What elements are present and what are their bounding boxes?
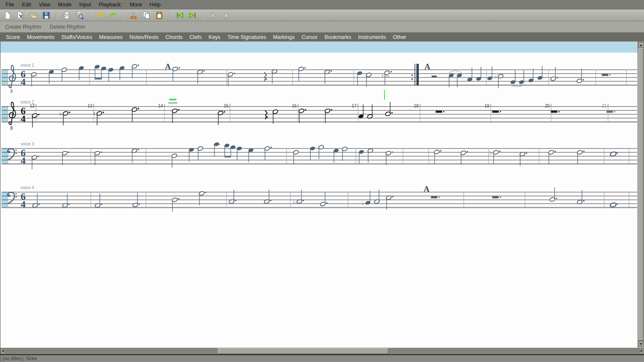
note[interactable] — [318, 145, 324, 159]
horizontal-scroll-thumb[interactable] — [218, 348, 388, 354]
note[interactable] — [132, 193, 140, 208]
cmdmenu-time-signatures[interactable]: Time Signatures — [224, 34, 270, 41]
note[interactable] — [385, 151, 393, 165]
note[interactable] — [548, 150, 556, 164]
vertical-scrollbar[interactable] — [638, 42, 644, 347]
bass-clef-icon[interactable] — [8, 192, 17, 203]
scroll-down-button[interactable] — [638, 341, 644, 347]
menu-mode[interactable]: Mode — [54, 1, 75, 9]
cmdmenu-cursor[interactable]: Cursor — [298, 34, 321, 41]
bass-clef-icon[interactable] — [8, 148, 17, 160]
note[interactable] — [358, 149, 364, 164]
undo-button[interactable] — [95, 10, 106, 21]
paste-button[interactable] — [154, 10, 165, 21]
note[interactable] — [131, 64, 139, 78]
measure-rest[interactable] — [436, 111, 445, 113]
note[interactable]: ♭ — [489, 149, 501, 165]
beamed-notes[interactable] — [224, 143, 236, 157]
note[interactable] — [264, 146, 272, 160]
measure-rest[interactable] — [551, 111, 560, 113]
note[interactable] — [528, 68, 534, 83]
delete-rhythm-button[interactable]: Delete Rhythm — [47, 23, 88, 31]
create-rhythm-button[interactable]: Create Rhythm — [3, 23, 44, 31]
scroll-up-button[interactable] — [638, 42, 644, 48]
measure-rest[interactable] — [431, 196, 440, 199]
print-button[interactable] — [61, 10, 72, 21]
note[interactable] — [131, 148, 139, 163]
note[interactable] — [197, 146, 203, 160]
cut-button[interactable] — [128, 10, 139, 21]
note[interactable] — [78, 65, 84, 80]
note[interactable] — [310, 146, 316, 160]
note[interactable] — [61, 67, 67, 82]
note[interactable] — [367, 148, 373, 163]
go-to-start-button[interactable] — [174, 10, 185, 21]
cmdmenu-bookmarks[interactable]: Bookmarks — [321, 34, 355, 41]
measure-rest[interactable] — [492, 111, 501, 113]
note[interactable] — [32, 193, 40, 208]
note[interactable] — [342, 146, 348, 161]
note[interactable] — [320, 192, 328, 207]
cmdmenu-score[interactable]: Score — [3, 34, 24, 41]
new-button[interactable] — [2, 10, 13, 21]
measure-rest[interactable] — [492, 196, 501, 199]
redo-button[interactable] — [107, 10, 119, 21]
cmdmenu-clefs[interactable]: Clefs — [186, 34, 205, 41]
note[interactable] — [374, 190, 380, 204]
note[interactable] — [95, 193, 102, 208]
score-canvas[interactable]: voice 1864AFineA♭voice 28641213141516171… — [0, 42, 638, 347]
go-to-end-button[interactable] — [187, 10, 198, 21]
note[interactable] — [62, 193, 70, 208]
measure-rest[interactable] — [602, 74, 611, 76]
note[interactable]: ♮ — [93, 110, 104, 126]
note[interactable] — [537, 66, 543, 80]
note[interactable]: ♭ — [361, 191, 371, 206]
note[interactable] — [172, 197, 179, 212]
horizontal-scrollbar[interactable] — [0, 347, 644, 354]
treble-clef-icon[interactable] — [9, 102, 16, 125]
note[interactable] — [357, 71, 363, 85]
note[interactable] — [229, 190, 236, 204]
menu-help[interactable]: Help — [146, 1, 164, 9]
note[interactable] — [32, 113, 39, 128]
note[interactable] — [476, 67, 482, 81]
cmdmenu-keys[interactable]: Keys — [205, 34, 224, 41]
menu-edit[interactable]: Edit — [18, 1, 35, 9]
cmdmenu-staffs-voices[interactable]: Staffs/Voices — [58, 34, 95, 41]
new-score-wizard-button[interactable] — [15, 10, 26, 21]
note[interactable] — [48, 69, 54, 84]
menu-file[interactable]: File — [2, 1, 18, 9]
menu-more[interactable]: More — [126, 1, 146, 9]
menu-input[interactable]: Input — [75, 1, 95, 9]
note[interactable] — [264, 190, 271, 204]
cmdmenu-chords[interactable]: Chords — [162, 34, 186, 41]
cmdmenu-markings[interactable]: Markings — [269, 34, 298, 41]
note[interactable] — [62, 151, 69, 165]
cmdmenu-notes-rests[interactable]: Notes/Rests — [126, 34, 162, 41]
scroll-right-button[interactable] — [639, 348, 644, 354]
treble-clef-icon[interactable] — [9, 65, 16, 88]
cmdmenu-other[interactable]: Other — [390, 34, 410, 41]
note[interactable]: ♭ — [59, 110, 70, 126]
note[interactable] — [31, 155, 39, 169]
note[interactable] — [236, 146, 242, 160]
cmdmenu-instruments[interactable]: Instruments — [355, 34, 389, 41]
half-rest[interactable] — [432, 76, 437, 78]
note[interactable] — [218, 110, 225, 125]
note[interactable] — [94, 151, 102, 165]
measure-rest[interactable] — [607, 111, 616, 113]
note[interactable] — [324, 69, 332, 84]
copy-button[interactable] — [141, 10, 152, 21]
note[interactable] — [213, 142, 221, 156]
note[interactable] — [197, 69, 205, 84]
note[interactable] — [434, 149, 441, 164]
beamed-notes[interactable] — [94, 64, 107, 79]
note[interactable] — [577, 150, 584, 164]
note[interactable]: ♭ — [494, 73, 504, 89]
vertical-scroll-thumb[interactable] — [638, 48, 644, 341]
note[interactable] — [119, 65, 125, 80]
note[interactable] — [31, 72, 37, 86]
play-button[interactable] — [208, 10, 219, 21]
note[interactable] — [171, 153, 177, 168]
menu-view[interactable]: View — [35, 1, 54, 9]
